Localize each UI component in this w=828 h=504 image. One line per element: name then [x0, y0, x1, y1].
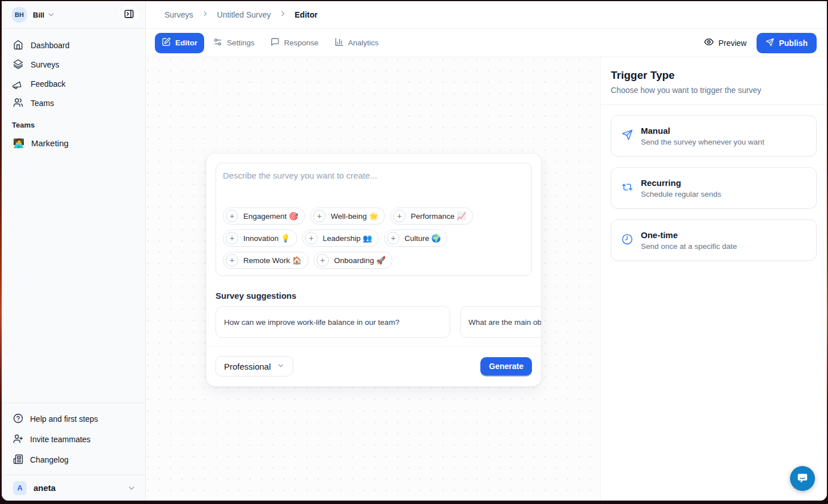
- editor-toolbar: Editor Settings Response Analytics Previ…: [146, 29, 827, 57]
- sidebar-footer: Help and first steps Invite teammates Ch…: [2, 403, 145, 501]
- message-icon: [271, 37, 280, 48]
- suggestion-card[interactable]: How can we improve work-life balance in …: [216, 306, 450, 338]
- chip-label: Onboarding 🚀: [334, 256, 386, 265]
- publish-button[interactable]: Publish: [757, 33, 817, 53]
- composer: +Engagement 🎯 +Well-being 🌟 +Performance…: [216, 163, 532, 276]
- trigger-option-recurring[interactable]: Recurring Schedule regular sends: [611, 167, 817, 209]
- account-name: aneta: [33, 483, 56, 493]
- trigger-option-one-time[interactable]: One-time Send once at a specific date: [611, 219, 817, 261]
- sidebar-item-feedback[interactable]: Feedback: [2, 74, 145, 94]
- generate-button[interactable]: Generate: [480, 357, 532, 375]
- chip-label: Leadership 👥: [323, 234, 372, 243]
- tab-label: Analytics: [348, 39, 379, 47]
- chip-label: Well-being 🌟: [331, 211, 378, 221]
- plus-icon: +: [313, 210, 326, 222]
- chip-well-being[interactable]: +Well-being 🌟: [310, 207, 385, 225]
- sliders-icon: [213, 37, 222, 48]
- chip-label: Remote Work 🏠: [243, 256, 302, 265]
- plus-icon: +: [226, 254, 238, 266]
- tab-analytics[interactable]: Analytics: [328, 33, 386, 53]
- eye-icon: [704, 37, 714, 49]
- user-name: Bill: [33, 11, 44, 19]
- chevron-right-icon: [279, 10, 287, 20]
- tab-response[interactable]: Response: [264, 33, 326, 53]
- chip-leadership[interactable]: +Leadership 👥: [302, 230, 379, 247]
- sidebar-item-dashboard[interactable]: Dashboard: [2, 36, 145, 55]
- plus-icon: +: [226, 232, 238, 244]
- sidebar-item-team-marketing[interactable]: 🧑‍💻 Marketing: [2, 133, 145, 153]
- sidebar-item-label: Changelog: [30, 455, 69, 464]
- option-title: One-time: [641, 230, 737, 240]
- help-circle-icon: [13, 413, 23, 425]
- suggestions-title: Survey suggestions: [206, 285, 541, 300]
- chat-bubble-icon: [796, 472, 809, 486]
- suggestion-card[interactable]: What are the main ob: [460, 306, 541, 338]
- tab-settings[interactable]: Settings: [206, 33, 261, 53]
- panel-collapse-icon: [124, 9, 134, 21]
- breadcrumb-surveys[interactable]: Surveys: [164, 10, 193, 19]
- workspace-switcher[interactable]: BH Bill: [2, 1, 145, 29]
- sidebar-item-label: Feedback: [31, 79, 65, 88]
- chevron-down-icon: [127, 484, 136, 493]
- tab-editor[interactable]: Editor: [155, 33, 204, 53]
- plus-icon: +: [393, 210, 405, 222]
- option-text: Manual Send the survey whenever you want: [641, 126, 764, 146]
- chip-performance[interactable]: +Performance 📈: [390, 207, 473, 225]
- chip-label: Innovation 💡: [243, 234, 290, 243]
- breadcrumb-editor: Editor: [295, 10, 318, 19]
- chevron-down-icon: [47, 11, 55, 19]
- chip-onboarding[interactable]: +Onboarding 🚀: [314, 252, 392, 269]
- layers-icon: [13, 59, 23, 71]
- breadcrumb: Surveys Untitled Survey Editor: [146, 1, 827, 29]
- breadcrumb-untitled-survey[interactable]: Untitled Survey: [217, 10, 271, 19]
- chip-engagement[interactable]: +Engagement 🎯: [223, 207, 305, 225]
- avatar: BH: [11, 7, 27, 23]
- preview-button[interactable]: Preview: [704, 37, 747, 49]
- account-menu[interactable]: A aneta: [2, 475, 145, 501]
- users-icon: [13, 98, 23, 109]
- sidebar-item-help[interactable]: Help and first steps: [2, 409, 145, 429]
- tab-label: Editor: [175, 39, 197, 47]
- sidebar-item-label: Invite teammates: [30, 435, 91, 444]
- user-plus-icon: [13, 434, 23, 446]
- sidebar: BH Bill Dashboard Surveys Feedb: [2, 1, 146, 501]
- technologist-emoji-icon: 🧑‍💻: [13, 138, 23, 149]
- suggestions-row: How can we improve work-life balance in …: [206, 300, 541, 346]
- tab-label: Settings: [227, 39, 255, 47]
- team-name: Marketing: [31, 138, 69, 148]
- trigger-options: Manual Send the survey whenever you want…: [601, 105, 827, 271]
- builder-top: +Engagement 🎯 +Well-being 🌟 +Performance…: [206, 154, 541, 285]
- tone-select[interactable]: Professional: [216, 356, 293, 376]
- trigger-option-manual[interactable]: Manual Send the survey whenever you want: [611, 115, 817, 156]
- sidebar-item-invite[interactable]: Invite teammates: [2, 429, 145, 450]
- chevron-down-icon: [277, 362, 285, 371]
- avatar: A: [13, 481, 27, 495]
- send-icon: [622, 129, 633, 142]
- survey-description-input[interactable]: [223, 171, 525, 207]
- teams-section-label: Teams: [2, 113, 145, 133]
- survey-builder-card: +Engagement 🎯 +Well-being 🌟 +Performance…: [206, 153, 542, 387]
- home-icon: [13, 40, 23, 52]
- chip-culture[interactable]: +Culture 🌍: [384, 230, 447, 247]
- sidebar-item-label: Teams: [31, 99, 54, 108]
- clock-icon: [622, 234, 633, 247]
- option-text: One-time Send once at a specific date: [641, 230, 737, 251]
- chip-label: Engagement 🎯: [243, 211, 298, 221]
- chat-widget-button[interactable]: [790, 466, 815, 491]
- option-description: Send once at a specific date: [641, 242, 737, 251]
- sidebar-item-changelog[interactable]: Changelog: [2, 450, 145, 470]
- publish-label: Publish: [779, 39, 808, 48]
- panel-title: Trigger Type: [611, 69, 817, 82]
- chip-innovation[interactable]: +Innovation 💡: [223, 230, 297, 247]
- chip-remote-work[interactable]: +Remote Work 🏠: [223, 252, 309, 269]
- option-description: Send the survey whenever you want: [641, 138, 764, 146]
- sidebar-item-label: Surveys: [31, 60, 60, 69]
- sidebar-collapse-button[interactable]: [119, 5, 138, 24]
- sidebar-item-label: Help and first steps: [30, 414, 98, 423]
- sidebar-item-surveys[interactable]: Surveys: [2, 55, 145, 74]
- editor-content: +Engagement 🎯 +Well-being 🌟 +Performance…: [146, 57, 827, 501]
- chevron-right-icon: [201, 10, 209, 20]
- trigger-panel-header: Trigger Type Choose how you want to trig…: [601, 57, 827, 105]
- sidebar-item-teams[interactable]: Teams: [2, 94, 145, 113]
- option-title: Manual: [641, 126, 764, 135]
